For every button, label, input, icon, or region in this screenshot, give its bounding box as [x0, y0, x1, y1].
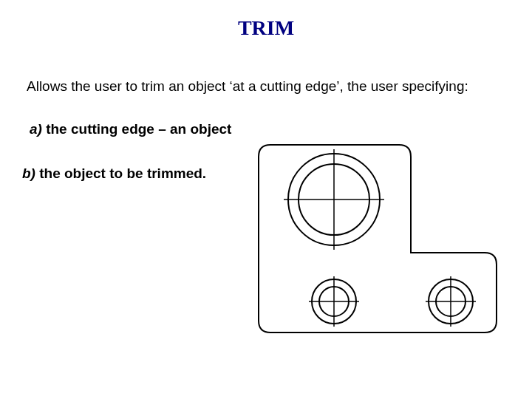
point-b-text: the object to be trimmed.	[35, 166, 206, 181]
trim-figure	[253, 140, 508, 340]
point-a-prefix: a)	[30, 121, 42, 137]
page-title: TRIM	[0, 16, 532, 40]
point-b: b) the object to be trimmed.	[22, 166, 206, 182]
trim-drawing-svg	[253, 140, 508, 340]
intro-text: Allows the user to trim an object ‘at a …	[27, 78, 468, 95]
point-a: a) the cutting edge – an object	[30, 121, 231, 137]
slide: TRIM Allows the user to trim an object ‘…	[0, 0, 532, 399]
point-a-text: the cutting edge – an object	[42, 121, 232, 137]
point-b-prefix: b)	[22, 166, 35, 181]
